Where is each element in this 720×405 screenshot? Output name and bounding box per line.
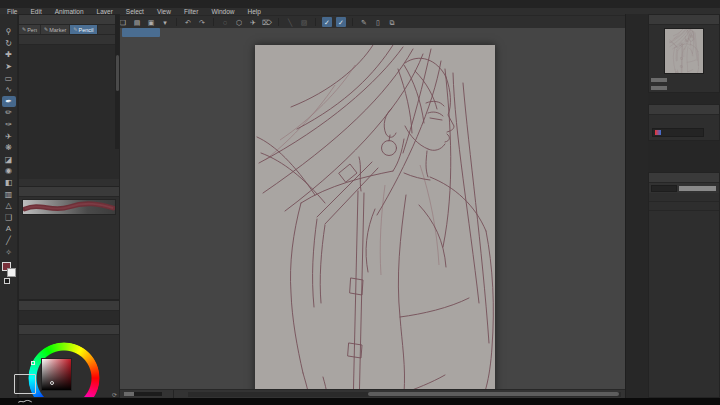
navigator-rotate-row <box>649 84 719 92</box>
brush-stroke-preview <box>22 199 116 215</box>
undo-icon[interactable]: ↶ <box>183 17 193 27</box>
rotate-canvas-tool[interactable]: ↻ <box>2 38 16 50</box>
canvas-area[interactable] <box>120 28 625 398</box>
stroke-mini-preview <box>18 399 32 404</box>
canvas-zoom-slider[interactable] <box>124 392 162 396</box>
save-file-icon[interactable]: ▣ <box>146 17 156 27</box>
text-tool[interactable]: A <box>2 223 16 235</box>
menu-select[interactable]: Select <box>124 8 146 15</box>
bottom-strip <box>0 398 720 405</box>
subtool-tab-pen[interactable]: ✎Pen <box>19 25 41 34</box>
navigator-thumbnail[interactable] <box>664 28 704 74</box>
sub-tool-tabs-row2 <box>19 35 119 45</box>
title-bar[interactable] <box>0 0 720 8</box>
delete-icon[interactable]: ⌦ <box>262 17 272 27</box>
expression-color-dropdown[interactable] <box>652 128 704 137</box>
navigator-zoom-row <box>649 76 719 84</box>
layer-panel <box>648 172 720 398</box>
subtool-tab-marker[interactable]: ✎Marker <box>41 25 70 34</box>
tab-label: Pen <box>27 27 37 33</box>
menu-filter[interactable]: Filter <box>182 8 200 15</box>
canvas-horizontal-scrollbar[interactable] <box>188 392 621 397</box>
sv-marker[interactable] <box>50 381 54 385</box>
scale-rotate-icon[interactable]: ╲ <box>285 17 295 27</box>
figure-tool[interactable]: △ <box>2 200 16 212</box>
sub-tool-panel: ✎Pen✎Marker✎Pencil <box>18 14 120 186</box>
layer-property-panel <box>648 104 720 141</box>
invert-selection-icon[interactable]: ⬡ <box>234 17 244 27</box>
brush-size-presets <box>19 311 119 324</box>
snap-to-special-ruler-icon[interactable]: ✓ <box>336 17 346 27</box>
brush-tool[interactable]: ✑ <box>2 119 16 131</box>
right-panel-column <box>648 14 720 398</box>
layer-opacity-slider[interactable] <box>679 186 716 191</box>
companion-mode-icon[interactable]: ▯ <box>373 17 383 27</box>
menu-window[interactable]: Window <box>209 8 236 15</box>
move-layer-tool[interactable]: ✚ <box>2 49 16 61</box>
eraser-tool[interactable]: ◪ <box>2 154 16 166</box>
pen-tool[interactable]: ✒ <box>2 96 16 108</box>
airbrush-tool[interactable]: ✈ <box>2 130 16 142</box>
tool-property-title[interactable] <box>19 187 119 197</box>
hue-marker[interactable] <box>31 361 35 365</box>
blend-mode-row <box>649 183 719 193</box>
scrollbar-thumb[interactable] <box>116 55 119 91</box>
ruler-pen-icon[interactable]: ✎ <box>359 17 369 27</box>
save-options-icon[interactable]: ▾ <box>160 17 170 27</box>
current-color-swatch[interactable] <box>14 374 36 394</box>
redo-icon[interactable]: ↷ <box>197 17 207 27</box>
navigator-panel <box>648 14 720 93</box>
background-color-swatch[interactable] <box>7 268 16 277</box>
brush-list <box>19 45 119 179</box>
sub-tool-title[interactable] <box>19 15 119 25</box>
deselect-icon[interactable]: ◌ <box>220 17 230 27</box>
pen-tip-icon: ✎ <box>73 27 77 32</box>
document-tab[interactable] <box>122 28 160 37</box>
scrollbar-thumb[interactable] <box>368 392 619 396</box>
brush-list-scrollbar[interactable] <box>115 15 119 149</box>
saturation-value-square[interactable] <box>41 358 72 391</box>
canvas-bottom-bar <box>120 389 625 398</box>
expression-color-chip <box>655 130 661 135</box>
expression-color-label <box>649 126 719 127</box>
layer-toolbar-row1 <box>649 193 719 202</box>
lasso-tool[interactable]: ∿ <box>2 84 16 96</box>
operation-tool[interactable]: ➤ <box>2 61 16 73</box>
brush-size-title[interactable] <box>19 301 119 311</box>
layer-panel-title[interactable] <box>649 173 719 183</box>
menu-help[interactable]: Help <box>246 8 263 15</box>
menu-view[interactable]: View <box>155 8 173 15</box>
gradient-tool[interactable]: ▥ <box>2 188 16 200</box>
open-file-icon[interactable]: ▤ <box>132 17 142 27</box>
mesh-transform-icon[interactable]: ▨ <box>299 17 309 27</box>
subtool-tab-pencil[interactable]: ✎Pencil <box>70 25 97 34</box>
canvas-document[interactable] <box>255 45 495 398</box>
fill-tool[interactable]: ◧ <box>2 177 16 189</box>
pencil-tool[interactable]: ✏ <box>2 107 16 119</box>
pen-tip-icon: ✎ <box>22 27 26 32</box>
layer-property-title[interactable] <box>649 105 719 115</box>
color-chips <box>1 262 17 284</box>
ruler-tool[interactable]: ╱ <box>2 235 16 247</box>
navigator-title[interactable] <box>649 15 719 25</box>
selection-tool[interactable]: ▭ <box>2 72 16 84</box>
clip-studio-paint-window: { "window": { "title": "ID* (3496 x 4960… <box>0 0 720 405</box>
navigator-zoom-slider[interactable] <box>651 78 667 82</box>
color-wheel-title[interactable] <box>19 325 119 335</box>
tab-label: Pencil <box>79 27 94 33</box>
sub-tool-tabs: ✎Pen✎Marker✎Pencil <box>19 25 119 35</box>
blend-tool[interactable]: ◉ <box>2 165 16 177</box>
workspace-icon[interactable]: ⧉ <box>387 17 397 27</box>
line-art-sketch <box>255 45 495 398</box>
eyedropper-tool[interactable]: ✧ <box>2 246 16 258</box>
launch-paint-icon[interactable]: ✈ <box>248 17 258 27</box>
pen-tip-icon: ✎ <box>44 27 48 32</box>
tool-buttons: ⚲↻✚➤▭∿✒✏✑✈❋◪◉◧▥△❑A╱✧ <box>2 26 16 258</box>
snap-to-ruler-icon[interactable]: ✓ <box>322 17 332 27</box>
navigator-rotate-slider[interactable] <box>651 86 667 90</box>
transparent-color-swatch[interactable] <box>4 278 10 284</box>
frame-border-tool[interactable]: ❑ <box>2 212 16 224</box>
zoom-tool[interactable]: ⚲ <box>2 26 16 38</box>
blend-mode-dropdown[interactable] <box>651 185 677 192</box>
decoration-tool[interactable]: ❋ <box>2 142 16 154</box>
